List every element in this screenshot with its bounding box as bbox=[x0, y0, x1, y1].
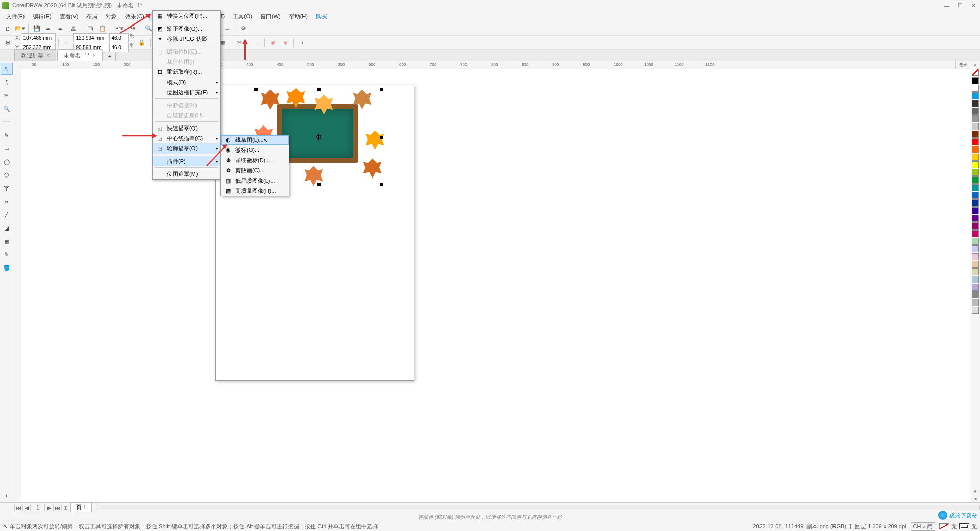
crop-tool[interactable]: ✂ bbox=[1, 89, 13, 102]
page-add-button[interactable]: ⊕ bbox=[61, 504, 69, 511]
page-next-button[interactable]: ▶ bbox=[45, 504, 53, 511]
color-swatch[interactable] bbox=[972, 238, 979, 245]
color-swatch[interactable] bbox=[972, 169, 979, 176]
scale-y-input[interactable] bbox=[109, 43, 129, 52]
ellipse-tool[interactable]: ◯ bbox=[1, 156, 13, 168]
rectangle-tool[interactable]: ▭ bbox=[1, 142, 13, 155]
horizontal-scrollbar[interactable] bbox=[96, 505, 980, 510]
outline-indicator-icon[interactable] bbox=[959, 523, 969, 530]
effect1-button[interactable]: ◉ bbox=[267, 37, 279, 48]
color-swatch[interactable] bbox=[972, 261, 979, 268]
selection-handle[interactable] bbox=[254, 88, 258, 91]
lock-ratio-button[interactable]: 🔒 bbox=[136, 37, 148, 48]
palette-flyout[interactable]: ◂ bbox=[970, 495, 980, 502]
shape-tool[interactable]: ⟆ bbox=[1, 76, 13, 88]
effects-tool[interactable]: ◢ bbox=[1, 222, 13, 234]
text-tool[interactable]: 字 bbox=[1, 182, 13, 194]
palette-scroll-up[interactable]: ▴ bbox=[970, 61, 980, 68]
paste-button[interactable]: 📋 bbox=[97, 23, 108, 34]
color-swatch[interactable] bbox=[972, 276, 979, 283]
dimension-tool[interactable]: ↔ bbox=[1, 195, 13, 208]
menu-window[interactable]: 窗口(W) bbox=[256, 12, 285, 21]
pick-tool[interactable]: ↖ bbox=[1, 63, 13, 75]
maximize-button[interactable]: ☐ bbox=[953, 1, 967, 11]
menu-mode[interactable]: 模式(D)▸ bbox=[153, 77, 220, 87]
color-swatch[interactable] bbox=[972, 192, 979, 199]
color-swatch[interactable] bbox=[972, 184, 979, 191]
color-swatch[interactable] bbox=[972, 92, 979, 99]
page-tab[interactable]: 页 1 bbox=[70, 502, 92, 512]
color-swatch[interactable] bbox=[972, 77, 979, 84]
selection-handle[interactable] bbox=[317, 88, 321, 91]
menu-quick-trace[interactable]: ◱快速描摹(Q) bbox=[153, 123, 220, 133]
eyedropper-tool[interactable]: ✎ bbox=[1, 248, 13, 261]
effect2-button[interactable]: ◈ bbox=[280, 37, 291, 48]
color-swatch[interactable] bbox=[972, 253, 979, 260]
color-swatch[interactable] bbox=[972, 199, 979, 207]
expand-toolbox-button[interactable]: + bbox=[1, 490, 13, 502]
close-icon[interactable]: × bbox=[46, 52, 50, 58]
no-color-swatch[interactable] bbox=[972, 69, 979, 76]
color-swatch[interactable] bbox=[972, 100, 979, 107]
color-swatch[interactable] bbox=[972, 230, 979, 237]
page-prev-button[interactable]: ◀ bbox=[22, 504, 31, 511]
selection-handle[interactable] bbox=[380, 183, 383, 186]
color-swatch[interactable] bbox=[972, 284, 979, 291]
launch-button[interactable]: ▭ bbox=[221, 23, 232, 34]
selection-handle[interactable] bbox=[317, 183, 321, 186]
menu-remove-jpeg[interactable]: ✦移除 JPEG 伪影 bbox=[153, 34, 220, 44]
menu-help[interactable]: 帮助(H) bbox=[285, 12, 312, 21]
transparency-tool[interactable]: ▦ bbox=[1, 235, 13, 247]
minimize-button[interactable]: — bbox=[940, 1, 953, 11]
color-swatch[interactable] bbox=[972, 108, 979, 115]
save-button[interactable]: 💾 bbox=[31, 23, 42, 34]
color-swatch[interactable] bbox=[972, 176, 979, 184]
tab-document[interactable]: 未命名 -1*× bbox=[57, 49, 103, 61]
menu-layout[interactable]: 布局 bbox=[82, 12, 102, 21]
menu-straighten[interactable]: ◩矫正图像(G)... bbox=[153, 23, 220, 34]
cloud-up-button[interactable]: ☁↑ bbox=[43, 23, 55, 34]
x-position-input[interactable] bbox=[21, 33, 56, 42]
color-swatch[interactable] bbox=[972, 291, 979, 298]
menu-tools[interactable]: 工具(O) bbox=[229, 12, 256, 21]
close-button[interactable]: ✕ bbox=[967, 1, 980, 11]
print-button[interactable]: 🖶 bbox=[68, 23, 79, 34]
polygon-tool[interactable]: ⬠ bbox=[1, 169, 13, 181]
color-swatch[interactable] bbox=[972, 154, 979, 161]
selection-handle[interactable] bbox=[380, 88, 383, 91]
tab-welcome[interactable]: 欢迎屏幕× bbox=[14, 49, 56, 61]
menu-buy[interactable]: 购买 bbox=[312, 12, 331, 21]
zoom-tool[interactable]: 🔍 bbox=[1, 103, 13, 115]
menu-view[interactable]: 查看(V) bbox=[56, 12, 83, 21]
freehand-tool[interactable]: 〰 bbox=[1, 116, 13, 128]
color-swatch[interactable] bbox=[972, 138, 979, 145]
selection-center[interactable] bbox=[316, 135, 321, 139]
menu-inflate[interactable]: 位图边框扩充(F)▸ bbox=[153, 87, 220, 97]
tab-add-button[interactable]: + bbox=[104, 52, 116, 61]
color-swatch[interactable] bbox=[972, 307, 979, 314]
selection-handle[interactable] bbox=[380, 136, 383, 139]
vertical-ruler[interactable] bbox=[13, 69, 21, 502]
color-swatch[interactable] bbox=[972, 268, 979, 275]
add-button[interactable]: + bbox=[297, 37, 308, 48]
ime-indicator[interactable]: CH ♪ 简 bbox=[911, 522, 936, 531]
artistic-tool[interactable]: ✎ bbox=[1, 129, 13, 141]
ruler-origin[interactable] bbox=[13, 61, 21, 69]
page-number[interactable]: 1 bbox=[31, 504, 45, 511]
page-last-button[interactable]: ⏭ bbox=[53, 504, 61, 511]
color-swatch[interactable] bbox=[972, 115, 979, 122]
submenu-high-quality[interactable]: ▩高质量图像(H)... bbox=[221, 186, 289, 196]
palette-scroll-down[interactable]: ▾ bbox=[970, 488, 980, 495]
color-swatch[interactable] bbox=[972, 222, 979, 230]
new-button[interactable]: 🗋 bbox=[2, 23, 13, 34]
options-button[interactable]: ⚙ bbox=[238, 23, 249, 34]
color-swatch[interactable] bbox=[972, 215, 979, 222]
fill-tool[interactable]: 🪣 bbox=[1, 262, 13, 274]
color-swatch[interactable] bbox=[972, 299, 979, 306]
color-swatch[interactable] bbox=[972, 245, 979, 252]
page-first-button[interactable]: ⏮ bbox=[14, 504, 22, 511]
menu-file[interactable]: 文件(F) bbox=[2, 12, 29, 21]
close-icon[interactable]: × bbox=[93, 52, 96, 58]
fill-indicator-icon[interactable] bbox=[939, 523, 949, 530]
color-swatch[interactable] bbox=[972, 146, 979, 153]
